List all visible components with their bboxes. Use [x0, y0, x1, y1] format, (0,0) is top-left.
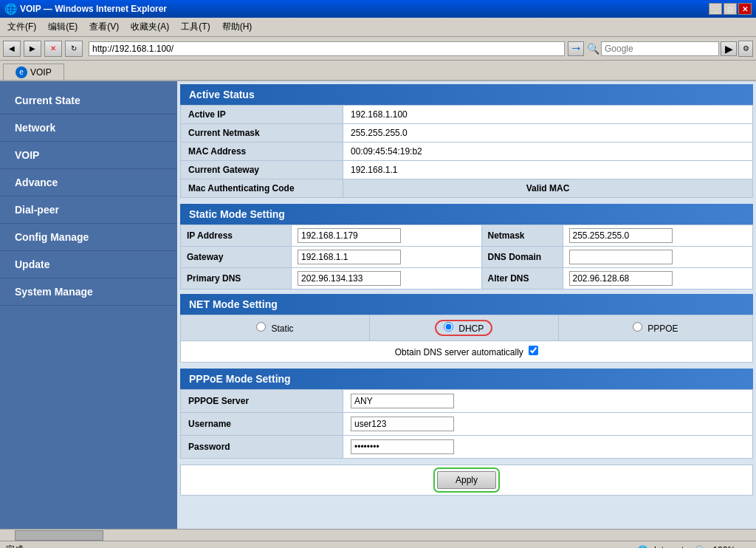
static-mode-header: Static Mode Setting	[180, 204, 753, 225]
sidebar-item-network[interactable]: Network	[0, 114, 177, 142]
browser-icon: 🌐	[4, 3, 17, 15]
title-bar: 🌐 VOIP — Windows Internet Explorer _ □ ✕	[0, 0, 756, 18]
pppoe-server-label: PPPOE Server	[181, 390, 343, 413]
menu-edit[interactable]: 编辑(E)	[44, 19, 82, 35]
gateway-cell	[292, 247, 482, 268]
minimize-button[interactable]: _	[709, 3, 722, 15]
password-input[interactable]	[351, 439, 454, 454]
apply-area: Apply	[180, 465, 753, 496]
primary-dns-input[interactable]	[298, 271, 401, 286]
pppoe-mode-table: PPPOE Server Username Password	[180, 389, 753, 459]
net-mode-section: NET Mode Setting Static DHCP	[180, 294, 753, 363]
sidebar-item-advance[interactable]: Advance	[0, 169, 177, 196]
pppoe-label[interactable]: PPPOE	[633, 323, 678, 334]
menu-favorites[interactable]: 收藏夹(A)	[126, 19, 173, 35]
netmask-cell	[563, 225, 753, 247]
current-netmask-value: 255.255.255.0	[343, 124, 753, 143]
table-row: MAC Address 00:09:45:54:19:b2	[181, 143, 753, 161]
obtain-dns-checkbox[interactable]	[529, 346, 538, 355]
obtain-dns-cell: Obtain DNS server automatically	[181, 341, 753, 363]
sidebar-item-voip[interactable]: VOIP	[0, 142, 177, 169]
primary-dns-label: Primary DNS	[181, 268, 292, 290]
status-bar: 完成 🌐 Internet 🔍 100% ▼	[0, 541, 756, 548]
mac-auth-label: Mac Authenticating Code	[181, 179, 343, 198]
static-option-text: Static	[272, 323, 294, 334]
menu-file[interactable]: 文件(F)	[3, 19, 41, 35]
sidebar-item-config-manage[interactable]: Config Manage	[0, 224, 177, 251]
go-button[interactable]: →	[568, 41, 584, 56]
current-gateway-label: Current Gateway	[181, 161, 343, 179]
static-option-cell: Static	[181, 315, 370, 341]
scrollbar-thumb[interactable]	[15, 530, 103, 541]
netmask-label: Netmask	[481, 225, 563, 247]
static-mode-section: Static Mode Setting IP Address Netmask G…	[180, 204, 753, 290]
pppoe-mode-section: PPPoE Mode Setting PPPOE Server Username	[180, 369, 753, 459]
stop-button[interactable]: ✕	[44, 41, 62, 57]
close-button[interactable]: ✕	[738, 3, 752, 15]
table-row: Username	[181, 413, 753, 436]
sidebar-item-update[interactable]: Update	[0, 251, 177, 278]
main-content: Active Status Active IP 192.168.1.100 Cu…	[177, 81, 756, 529]
password-cell	[343, 436, 753, 459]
dns-domain-label: DNS Domain	[481, 247, 563, 268]
address-bar: →	[86, 41, 584, 56]
title-bar-left: 🌐 VOIP — Windows Internet Explorer	[4, 3, 167, 15]
static-radio[interactable]	[256, 322, 266, 332]
sidebar-item-dial-peer[interactable]: Dial-peer	[0, 196, 177, 224]
window-title: VOIP — Windows Internet Explorer	[20, 4, 167, 14]
search-input[interactable]	[601, 41, 719, 56]
static-label[interactable]: Static	[256, 323, 293, 334]
address-input[interactable]	[89, 41, 565, 56]
status-right: 🌐 Internet 🔍 100% ▼	[637, 545, 750, 549]
menu-help[interactable]: 帮助(H)	[218, 19, 257, 35]
dhcp-label[interactable]: DHCP	[435, 323, 492, 334]
password-label: Password	[181, 436, 343, 459]
active-ip-value: 192.168.1.100	[343, 106, 753, 124]
table-row: Primary DNS Alter DNS	[181, 268, 753, 290]
menu-view[interactable]: 查看(V)	[85, 19, 123, 35]
username-label: Username	[181, 413, 343, 436]
pppoe-mode-header: PPPoE Mode Setting	[180, 369, 753, 389]
current-netmask-label: Current Netmask	[181, 124, 343, 143]
table-row: Gateway DNS Domain	[181, 247, 753, 268]
current-gateway-value: 192.168.1.1	[343, 161, 753, 179]
alter-dns-input[interactable]	[569, 271, 673, 286]
gateway-input[interactable]	[298, 250, 401, 264]
back-button[interactable]: ◀	[3, 41, 21, 57]
table-row: Active IP 192.168.1.100	[181, 106, 753, 124]
dns-domain-input[interactable]	[569, 250, 673, 264]
net-mode-table: Static DHCP	[180, 315, 753, 363]
toolbar-extra[interactable]: ⚙	[738, 41, 753, 57]
zoom-dropdown-icon[interactable]: ▼	[741, 545, 750, 549]
pppoe-radio[interactable]	[633, 322, 642, 332]
pppoe-server-cell	[343, 390, 753, 413]
dns-domain-cell	[563, 247, 753, 268]
menu-tools[interactable]: 工具(T)	[176, 19, 214, 35]
sidebar-item-system-manage[interactable]: System Manage	[0, 278, 177, 306]
search-icon: 🔍	[587, 43, 599, 55]
mac-address-label: MAC Address	[181, 143, 343, 161]
zoom-text: 100%	[712, 545, 735, 549]
pppoe-option-cell: PPPOE	[558, 315, 753, 341]
sidebar: Current State Network VOIP Advance Dial-…	[0, 81, 177, 529]
pppoe-server-input[interactable]	[351, 394, 454, 408]
active-status-header: Active Status	[180, 84, 753, 105]
forward-button[interactable]: ▶	[24, 41, 41, 57]
table-row: IP Address Netmask	[181, 225, 753, 247]
ip-address-input[interactable]	[298, 228, 401, 243]
netmask-input[interactable]	[569, 228, 673, 243]
tab-voip[interactable]: e VOIP	[3, 64, 64, 80]
sidebar-item-current-state[interactable]: Current State	[0, 87, 177, 114]
zone-text: Internet	[654, 545, 684, 549]
username-input[interactable]	[351, 417, 454, 431]
refresh-button[interactable]: ↻	[65, 41, 83, 57]
restore-button[interactable]: □	[724, 3, 737, 15]
apply-button[interactable]: Apply	[437, 471, 496, 489]
alter-dns-cell	[563, 268, 753, 290]
toolbar: ◀ ▶ ✕ ↻ → 🔍 ▶ ⚙	[0, 37, 756, 61]
internet-icon: 🌐	[637, 545, 648, 549]
dhcp-radio[interactable]	[444, 322, 453, 332]
menu-bar: 文件(F) 编辑(E) 查看(V) 收藏夹(A) 工具(T) 帮助(H)	[0, 18, 756, 37]
gateway-label: Gateway	[181, 247, 292, 268]
search-go-button[interactable]: ▶	[721, 41, 737, 56]
